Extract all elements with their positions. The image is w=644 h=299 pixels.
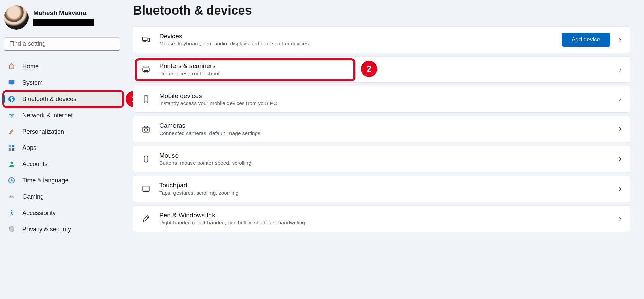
sidebar-item-label: Gaming bbox=[22, 193, 44, 200]
clock-globe-icon bbox=[7, 176, 16, 184]
sidebar-item-time-language[interactable]: Time & language bbox=[3, 172, 123, 188]
card-title: Printers & scanners bbox=[159, 62, 617, 70]
add-device-button[interactable]: Add device bbox=[562, 33, 610, 47]
printer-icon bbox=[141, 64, 151, 75]
main-content: Bluetooth & devices Devices Mouse, keybo… bbox=[126, 0, 644, 299]
card-subtitle: Right-handed or left-handed, pen button … bbox=[159, 220, 617, 226]
sidebar-nav: Home System Bluetooth & devices 1 Networ… bbox=[3, 58, 123, 237]
card-subtitle: Preferences, troubleshoot bbox=[159, 71, 617, 77]
sidebar-item-accessibility[interactable]: Accessibility bbox=[3, 205, 123, 221]
sidebar-item-label: Accessibility bbox=[22, 210, 56, 217]
svg-rect-7 bbox=[9, 148, 11, 151]
profile-email-redacted bbox=[33, 19, 94, 26]
svg-point-19 bbox=[145, 42, 146, 42]
card-pen-ink[interactable]: Pen & Windows Ink Right-handed or left-h… bbox=[133, 205, 630, 232]
svg-point-9 bbox=[10, 162, 13, 164]
devices-icon bbox=[141, 35, 151, 45]
svg-rect-6 bbox=[12, 145, 14, 147]
card-subtitle: Taps, gestures, scrolling, zooming bbox=[159, 190, 617, 196]
card-subtitle: Instantly access your mobile devices fro… bbox=[159, 100, 617, 106]
gamepad-icon bbox=[7, 193, 16, 201]
search-input[interactable] bbox=[9, 40, 116, 47]
svg-rect-2 bbox=[9, 80, 15, 84]
sidebar-item-personalization[interactable]: Personalization bbox=[3, 123, 123, 140]
profile-name: Mahesh Makvana bbox=[33, 9, 94, 17]
sidebar-item-label: Apps bbox=[22, 144, 36, 152]
svg-rect-21 bbox=[143, 68, 149, 72]
svg-point-26 bbox=[145, 128, 148, 131]
annotation-badge-2: 2 bbox=[361, 61, 377, 77]
phone-icon bbox=[141, 94, 151, 104]
sidebar-item-apps[interactable]: Apps bbox=[3, 140, 123, 156]
bluetooth-icon bbox=[7, 95, 16, 103]
card-mobile-devices[interactable]: Mobile devices Instantly access your mob… bbox=[133, 86, 630, 113]
svg-point-14 bbox=[11, 210, 12, 211]
card-title: Mouse bbox=[159, 152, 617, 159]
svg-point-13 bbox=[12, 196, 13, 197]
card-title: Touchpad bbox=[159, 182, 617, 189]
sidebar-item-bluetooth-devices[interactable]: Bluetooth & devices 1 bbox=[3, 91, 123, 107]
system-icon bbox=[7, 79, 16, 87]
sidebar: Mahesh Makvana Home System Bluetooth & d… bbox=[0, 0, 126, 299]
card-title: Mobile devices bbox=[159, 92, 617, 100]
sidebar-item-label: Bluetooth & devices bbox=[22, 96, 76, 103]
chevron-right-icon bbox=[617, 37, 623, 42]
search-box[interactable] bbox=[4, 37, 120, 51]
sidebar-item-network[interactable]: Network & internet bbox=[3, 107, 123, 123]
card-cameras[interactable]: Cameras Connected cameras, default image… bbox=[133, 116, 630, 142]
sidebar-item-gaming[interactable]: Gaming bbox=[3, 188, 123, 205]
card-title: Pen & Windows Ink bbox=[159, 212, 617, 219]
sidebar-item-label: Accounts bbox=[22, 161, 48, 168]
home-icon bbox=[7, 62, 16, 71]
avatar bbox=[4, 5, 29, 30]
sidebar-item-label: Personalization bbox=[22, 128, 64, 135]
chevron-right-icon bbox=[617, 67, 623, 72]
chevron-right-icon bbox=[617, 156, 623, 162]
chevron-right-icon bbox=[617, 126, 623, 132]
sidebar-item-home[interactable]: Home bbox=[3, 58, 123, 75]
wifi-icon bbox=[7, 111, 16, 119]
svg-rect-5 bbox=[9, 145, 11, 147]
svg-rect-15 bbox=[142, 37, 147, 40]
pen-icon bbox=[141, 214, 151, 224]
mouse-icon bbox=[141, 154, 151, 164]
sidebar-item-accounts[interactable]: Accounts bbox=[3, 156, 123, 172]
svg-point-17 bbox=[143, 42, 143, 42]
card-printers-scanners[interactable]: 2 Printers & scanners Preferences, troub… bbox=[133, 56, 630, 83]
sidebar-item-label: Home bbox=[22, 63, 39, 70]
accessibility-icon bbox=[7, 209, 16, 217]
sidebar-item-label: Time & language bbox=[22, 177, 68, 184]
card-touchpad[interactable]: Touchpad Taps, gestures, scrolling, zoom… bbox=[133, 176, 630, 202]
card-subtitle: Buttons, mouse pointer speed, scrolling bbox=[159, 160, 617, 166]
apps-icon bbox=[7, 144, 16, 152]
shield-icon bbox=[7, 225, 16, 233]
page-title: Bluetooth & devices bbox=[133, 3, 630, 18]
camera-icon bbox=[141, 124, 151, 134]
svg-rect-16 bbox=[148, 38, 149, 42]
sidebar-item-label: Privacy & security bbox=[22, 226, 71, 233]
svg-rect-3 bbox=[10, 85, 13, 85]
profile-block[interactable]: Mahesh Makvana bbox=[3, 3, 123, 36]
touchpad-icon bbox=[141, 184, 151, 194]
sidebar-item-system[interactable]: System bbox=[3, 75, 123, 91]
svg-rect-27 bbox=[145, 126, 148, 127]
sidebar-item-label: System bbox=[22, 79, 43, 86]
card-subtitle: Mouse, keyboard, pen, audio, displays an… bbox=[159, 41, 562, 47]
card-title: Cameras bbox=[159, 122, 617, 129]
brush-icon bbox=[7, 127, 16, 136]
svg-point-12 bbox=[10, 196, 11, 197]
sidebar-item-privacy[interactable]: Privacy & security bbox=[3, 221, 123, 237]
card-mouse[interactable]: Mouse Buttons, mouse pointer speed, scro… bbox=[133, 146, 630, 172]
person-icon bbox=[7, 160, 16, 168]
chevron-right-icon bbox=[617, 97, 623, 102]
chevron-right-icon bbox=[617, 216, 623, 221]
card-title: Devices bbox=[159, 33, 562, 40]
svg-point-18 bbox=[144, 42, 145, 42]
card-devices[interactable]: Devices Mouse, keyboard, pen, audio, dis… bbox=[133, 26, 630, 53]
svg-rect-11 bbox=[9, 195, 15, 198]
svg-rect-8 bbox=[12, 148, 14, 151]
sidebar-item-label: Network & internet bbox=[22, 112, 73, 119]
card-subtitle: Connected cameras, default image setting… bbox=[159, 130, 617, 136]
chevron-right-icon bbox=[617, 186, 623, 192]
